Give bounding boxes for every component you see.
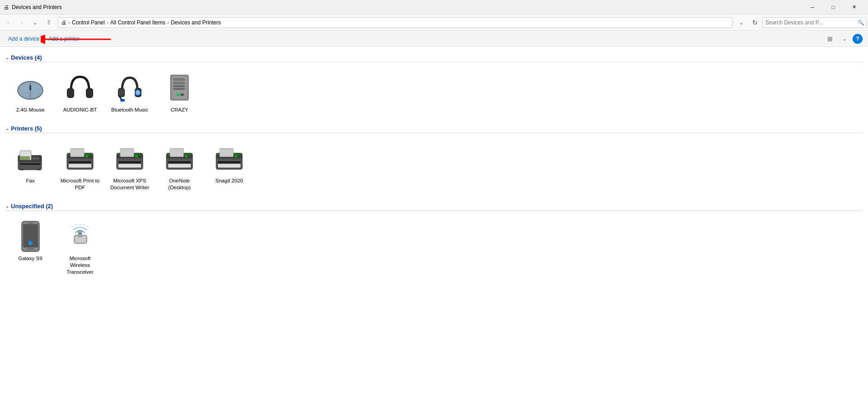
onenote-icon [164, 143, 195, 175]
svg-rect-20 [120, 99, 125, 102]
fax-label: Fax [26, 177, 34, 184]
device-ms-print-pdf[interactable]: Microsoft Print to PDF [55, 139, 105, 196]
devices-section-label: Devices (4) [11, 54, 42, 61]
device-mouse[interactable]: 2.4G Mouse [5, 68, 55, 118]
svg-rect-45 [71, 148, 84, 149]
recent-locations-button[interactable]: ⌄ [29, 16, 42, 29]
ms-print-pdf-label: Microsoft Print to PDF [60, 177, 100, 191]
devices-section-header[interactable]: ⌄ Devices (4) [5, 54, 863, 62]
galaxy-s9-label: Galaxy S9 [18, 255, 42, 262]
svg-rect-63 [168, 164, 191, 168]
printers-section-label: Printers (5) [11, 125, 42, 132]
view-dropdown-button[interactable]: ⌄ [838, 33, 851, 45]
svg-point-64 [185, 155, 188, 158]
forward-button[interactable]: › [15, 16, 28, 29]
svg-rect-77 [28, 223, 33, 224]
unspecified-chevron: ⌄ [5, 204, 9, 209]
toolbar: Add a device Add a printer ⊞ ⌄ ? [0, 31, 868, 47]
svg-point-36 [37, 158, 39, 159]
ms-xps-icon [114, 143, 146, 175]
svg-rect-13 [86, 89, 93, 98]
bluetooth-music-icon: B [114, 72, 146, 104]
svg-rect-61 [170, 148, 184, 149]
svg-point-7 [31, 84, 40, 91]
bluetooth-music-label: Bluetooth Music [111, 107, 148, 113]
back-button[interactable]: ‹ [2, 16, 14, 29]
svg-text:B: B [136, 90, 139, 95]
svg-rect-39 [20, 169, 24, 170]
address-bar: 🖨 › Control Panel › All Control Panel It… [58, 17, 732, 28]
fax-icon [14, 143, 46, 175]
devices-chevron: ⌄ [5, 55, 9, 60]
add-device-button[interactable]: Add a device [5, 34, 42, 44]
add-printer-button[interactable]: Add a printer [46, 34, 82, 44]
device-fax[interactable]: Fax [5, 139, 55, 196]
svg-rect-23 [173, 78, 185, 81]
search-container: 🔍 [762, 17, 866, 28]
printers-grid: Fax Microsoft Print to PDF [5, 135, 863, 199]
svg-rect-70 [218, 161, 241, 163]
up-button[interactable]: ⇧ [42, 16, 55, 29]
svg-rect-71 [218, 164, 241, 168]
printers-section-header[interactable]: ⌄ Printers (5) [5, 125, 863, 133]
mouse-icon [14, 72, 46, 104]
svg-rect-15 [119, 89, 124, 96]
search-icon-button[interactable]: 🔍 [858, 19, 864, 26]
svg-rect-24 [173, 82, 185, 84]
unspecified-section-header[interactable]: ⌄ Unspecified (2) [5, 203, 863, 211]
main-content: ⌄ Devices (4) 2.4G Mouse [0, 47, 868, 420]
headphones-label: AUDIONIC-BT [63, 107, 97, 113]
unspecified-section-label: Unspecified (2) [11, 203, 53, 210]
svg-rect-26 [173, 88, 185, 90]
close-button[interactable]: ✕ [844, 0, 864, 14]
device-wireless-transceiver[interactable]: Microsoft Wireless Transceiver [55, 216, 105, 280]
breadcrumb-control-panel[interactable]: Control Panel [72, 19, 105, 26]
svg-point-34 [33, 158, 34, 159]
breadcrumb-devices-printers[interactable]: Devices and Printers [171, 19, 221, 26]
crazy-label: CRAZY [171, 107, 189, 113]
svg-rect-12 [67, 89, 74, 98]
svg-rect-54 [118, 161, 141, 163]
help-button[interactable]: ? [853, 34, 863, 44]
svg-rect-25 [173, 85, 185, 87]
address-dropdown-button[interactable]: ⌄ [735, 16, 748, 29]
device-headphones[interactable]: AUDIONIC-BT [55, 68, 105, 118]
breadcrumb-all-items[interactable]: All Control Panel Items [110, 19, 165, 26]
svg-rect-32 [20, 150, 31, 152]
svg-rect-46 [69, 161, 91, 163]
svg-point-35 [35, 158, 37, 159]
svg-rect-60 [170, 149, 184, 157]
wireless-transceiver-label: Microsoft Wireless Transceiver [60, 255, 100, 275]
device-galaxy-s9[interactable]: Galaxy S9 [5, 216, 55, 280]
svg-point-72 [235, 155, 237, 158]
device-crazy[interactable]: CRAZY [155, 68, 204, 118]
nav-bar: ‹ › ⌄ ⇧ 🖨 › Control Panel › All Control … [0, 14, 868, 31]
minimize-button[interactable]: ─ [802, 0, 823, 14]
svg-rect-55 [118, 164, 141, 168]
app-icon: 🖨 [4, 4, 9, 10]
device-ms-xps[interactable]: Microsoft XPS Document Writer [105, 139, 155, 196]
mouse-label: 2.4G Mouse [16, 107, 45, 113]
wireless-transceiver-icon [64, 221, 96, 252]
view-options-button[interactable]: ⊞ [824, 33, 836, 45]
ms-print-pdf-icon [64, 143, 96, 175]
device-bluetooth-music[interactable]: B Bluetooth Music [105, 68, 155, 118]
maximize-button[interactable]: □ [823, 0, 844, 14]
svg-rect-69 [220, 148, 233, 149]
device-snagit[interactable]: Snagit 2020 [204, 139, 254, 196]
svg-rect-62 [168, 161, 191, 163]
svg-rect-28 [180, 93, 184, 96]
computer-icon [164, 72, 195, 104]
svg-point-76 [28, 241, 33, 245]
search-input[interactable] [762, 17, 866, 28]
breadcrumb-icon: 🖨 [61, 19, 66, 26]
svg-rect-37 [20, 163, 41, 165]
unspecified-grid: Galaxy S9 Micr [5, 213, 863, 284]
device-onenote[interactable]: OneNote (Desktop) [155, 139, 204, 196]
svg-rect-44 [71, 149, 84, 157]
svg-rect-47 [69, 164, 91, 168]
svg-rect-53 [120, 148, 134, 149]
snagit-icon [213, 143, 245, 175]
svg-rect-40 [37, 169, 41, 170]
refresh-button[interactable]: ↻ [749, 16, 761, 29]
